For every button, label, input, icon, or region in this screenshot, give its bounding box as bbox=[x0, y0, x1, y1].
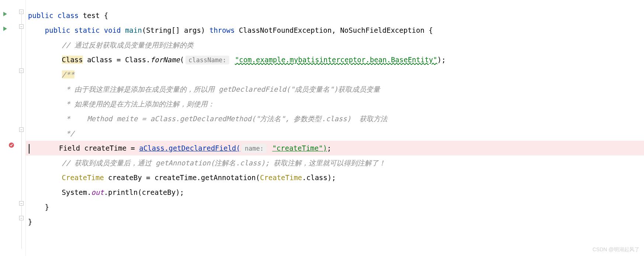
code-line: CreateTime createBy = createTime.getAnno… bbox=[26, 170, 644, 185]
fold-marker-icon[interactable]: − bbox=[19, 69, 24, 73]
caret-icon bbox=[29, 144, 29, 154]
fold-marker-icon[interactable]: − bbox=[19, 10, 24, 14]
code-line: public class test { bbox=[26, 8, 644, 23]
code-editor[interactable]: public class test { public static void m… bbox=[26, 0, 644, 256]
code-line: } bbox=[26, 200, 644, 214]
code-line: * 由于我这里注解是添加在成员变量的，所以用 getDeclaredField(… bbox=[26, 82, 644, 97]
code-line: * 如果使用的是在方法上添加的注解，则使用： bbox=[26, 97, 644, 111]
code-line: * Method meite = aClass.getDeclaredMetho… bbox=[26, 111, 644, 126]
fold-marker-icon[interactable]: − bbox=[19, 216, 24, 220]
code-line: // 获取到成员变量后，通过 getAnnotation(注解名.class);… bbox=[26, 155, 644, 170]
run-method-icon[interactable] bbox=[2, 25, 8, 31]
current-line: Field createTime = aClass.getDeclaredFie… bbox=[26, 141, 644, 155]
code-line: public static void main(String[] args) t… bbox=[26, 23, 644, 38]
fold-marker-icon[interactable]: − bbox=[19, 24, 24, 29]
code-line: Class aClass = Class.forName(className: … bbox=[26, 52, 644, 67]
fold-marker-icon[interactable]: − bbox=[19, 201, 24, 206]
editor-gutter: − − − − − − bbox=[0, 0, 26, 256]
code-line: // 通过反射获取成员变量使用到注解的类 bbox=[26, 38, 644, 52]
svg-marker-0 bbox=[3, 12, 7, 16]
watermark: CSDN @明湖起风了 bbox=[592, 246, 640, 253]
run-class-icon[interactable] bbox=[2, 10, 8, 16]
code-line: */ bbox=[26, 126, 644, 141]
fold-marker-icon[interactable]: − bbox=[19, 127, 24, 132]
breakpoint-icon[interactable] bbox=[8, 142, 15, 148]
code-line: } bbox=[26, 214, 644, 229]
svg-marker-1 bbox=[3, 27, 7, 31]
code-line: /** bbox=[26, 67, 644, 82]
param-hint: name: bbox=[242, 144, 267, 153]
param-hint: className: bbox=[185, 56, 229, 64]
code-line: System.out.println(createBy); bbox=[26, 185, 644, 200]
